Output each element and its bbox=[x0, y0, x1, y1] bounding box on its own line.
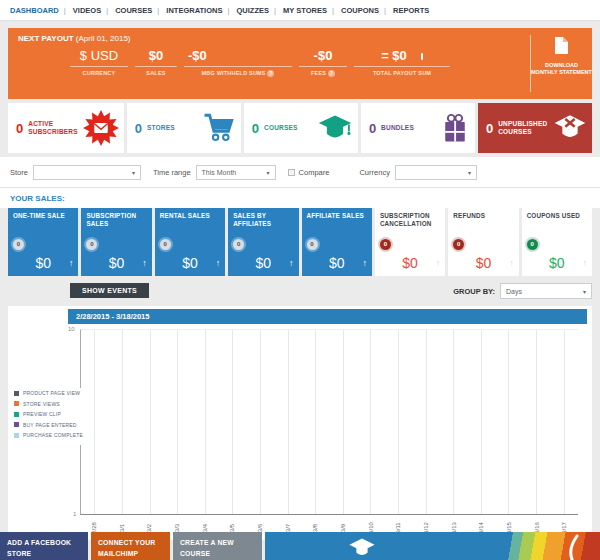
create-course-promo[interactable]: CREATE A NEW COURSE bbox=[173, 532, 262, 560]
x-axis-tick: 3/1 bbox=[119, 523, 125, 531]
stat-label: ACTIVE SUBSCRIBERS bbox=[28, 120, 78, 136]
tile-coupons-used[interactable]: COUPONS USED 0 $0 ↑ bbox=[522, 208, 592, 276]
your-sales-heading: YOUR SALES: bbox=[0, 188, 600, 208]
stat-unpublished-courses[interactable]: 0 UNPUBLISHED COURSES bbox=[478, 103, 592, 153]
nav-integrations[interactable]: INTEGRATIONS bbox=[166, 6, 222, 15]
nav-separator: | bbox=[274, 6, 276, 15]
legend-swatch bbox=[14, 433, 19, 438]
trend-up-icon: ↑ bbox=[509, 258, 514, 268]
y-axis-tick: 10 bbox=[68, 326, 75, 332]
nav-videos[interactable]: VIDEOS bbox=[73, 6, 101, 15]
stat-label: UNPUBLISHED COURSES bbox=[498, 120, 548, 136]
tile-label: COUPONS USED bbox=[527, 212, 587, 220]
legend-swatch bbox=[14, 422, 19, 427]
course-banner[interactable] bbox=[265, 532, 600, 560]
tile-subscription-cancellation[interactable]: SUBSCRIPTION CANCELLATION 0 $0 ↑ bbox=[375, 208, 445, 276]
nav-reports[interactable]: REPORTS bbox=[393, 6, 429, 15]
subscriber-burst-icon bbox=[83, 110, 119, 146]
chevron-down-icon: ▾ bbox=[583, 288, 586, 295]
y-axis-tick: 1 bbox=[73, 511, 76, 517]
tile-amount: $0 bbox=[302, 255, 372, 271]
tile-rental-sales[interactable]: RENTAL SALES 0 $0 ↑ bbox=[155, 208, 225, 276]
nav-separator: | bbox=[157, 6, 159, 15]
gift-icon bbox=[440, 112, 470, 144]
promo-text: MAILCHIMP bbox=[98, 548, 163, 559]
tile-sales-by-affiliates[interactable]: SALES BY AFFILIATES 0 $0 ↑ bbox=[228, 208, 298, 276]
payout-currency-value: $ USD bbox=[70, 48, 128, 67]
x-axis-tick: 3/9 bbox=[340, 523, 346, 531]
trend-up-icon: ↑ bbox=[362, 258, 367, 268]
payout-fees-value: -$0 bbox=[299, 48, 347, 67]
tile-subscription-sales[interactable]: SUBSCRIPTION SALES 0 $0 ↑ bbox=[81, 208, 151, 276]
nav-coupons[interactable]: COUPONS bbox=[341, 6, 379, 15]
add-facebook-store-promo[interactable]: ADD A FACEBOOK STORE bbox=[0, 532, 88, 560]
legend-item: PREVIEW CLIP bbox=[14, 411, 83, 417]
chart-date-range: 2/28/2015 - 3/18/2015 bbox=[68, 309, 587, 324]
tile-count-badge: 0 bbox=[13, 239, 24, 250]
chevron-down-icon: ▾ bbox=[468, 169, 471, 176]
compare-toggle[interactable]: Compare bbox=[288, 168, 330, 177]
stat-stores[interactable]: 0 STORES bbox=[127, 103, 241, 153]
legend-label: PURCHASE COMPLETE bbox=[23, 432, 83, 438]
next-payout-banner: NEXT PAYOUT (April 01, 2015) $ USD CURRE… bbox=[8, 28, 592, 99]
download-statement-button[interactable]: DOWNLOAD MONTHLY STATEMENT bbox=[530, 35, 592, 92]
stat-count: 0 bbox=[252, 121, 259, 136]
payout-mbg-value: -$0 bbox=[184, 48, 292, 67]
top-nav: DASHBOARD| VIDEOS| COURSES| INTEGRATIONS… bbox=[0, 0, 600, 21]
nav-separator: | bbox=[227, 6, 229, 15]
unpublished-cap-icon bbox=[553, 111, 587, 145]
banner-art bbox=[505, 532, 600, 560]
nav-dashboard[interactable]: DASHBOARD bbox=[10, 6, 59, 15]
stat-active-subscribers[interactable]: 0 ACTIVE SUBSCRIBERS bbox=[8, 103, 124, 153]
time-range-select[interactable]: This Month ▾ bbox=[196, 165, 276, 180]
document-icon bbox=[554, 36, 569, 55]
trend-up-icon: ↑ bbox=[142, 258, 147, 268]
tile-refunds[interactable]: REFUNDS 0 $0 ↑ bbox=[448, 208, 518, 276]
nav-separator: | bbox=[64, 6, 66, 15]
tile-count-badge: 0 bbox=[527, 239, 538, 250]
tile-amount: $0 bbox=[8, 255, 78, 271]
show-events-button[interactable]: SHOW EVENTS bbox=[70, 283, 149, 298]
chart-plot-area[interactable]: 10 1 bbox=[80, 329, 578, 515]
chart-legend: PRODUCT PAGE VIEW STORE VIEWS PREVIEW CL… bbox=[12, 388, 85, 445]
stat-label: COURSES bbox=[264, 124, 312, 132]
x-axis-tick: 3/8 bbox=[312, 523, 318, 531]
legend-label: STORE VIEWS bbox=[23, 401, 60, 407]
nav-courses[interactable]: COURSES bbox=[115, 6, 152, 15]
help-icon[interactable]: ? bbox=[267, 70, 274, 77]
trend-up-icon: ↑ bbox=[583, 258, 588, 268]
legend-swatch bbox=[14, 391, 19, 396]
graduation-cap-icon bbox=[348, 537, 376, 560]
tile-count-badge: 0 bbox=[233, 239, 244, 250]
download-statement-label: DOWNLOAD MONTHLY STATEMENT bbox=[531, 62, 592, 77]
help-icon[interactable]: ? bbox=[328, 70, 335, 77]
tile-one-time-sale[interactable]: ONE-TIME SALE 0 $0 ↑ bbox=[8, 208, 78, 276]
legend-item: PRODUCT PAGE VIEW bbox=[14, 390, 83, 396]
nav-separator: | bbox=[106, 6, 108, 15]
nav-quizzes[interactable]: QUIZZES bbox=[237, 6, 270, 15]
tile-affiliate-sales[interactable]: AFFILIATE SALES 0 $0 ↑ bbox=[302, 208, 372, 276]
promo-text: CONNECT YOUR bbox=[98, 537, 163, 548]
promo-text: COURSE bbox=[180, 548, 255, 559]
stat-bundles[interactable]: 0 BUNDLES bbox=[361, 103, 475, 153]
group-by-select[interactable]: Days ▾ bbox=[500, 283, 592, 299]
stat-courses[interactable]: 0 COURSES bbox=[244, 103, 358, 153]
currency-filter-label: Currency bbox=[359, 168, 389, 177]
compare-checkbox[interactable] bbox=[288, 169, 295, 176]
stat-label: BUNDLES bbox=[381, 124, 435, 132]
chevron-down-icon: ▾ bbox=[132, 169, 135, 176]
tile-label: RENTAL SALES bbox=[160, 212, 220, 220]
chart-controls-row: SHOW EVENTS GROUP BY: Days ▾ bbox=[8, 276, 592, 306]
nav-separator: | bbox=[332, 6, 334, 15]
currency-select[interactable]: ▾ bbox=[395, 165, 477, 180]
promo-text: STORE bbox=[7, 548, 81, 559]
trend-up-icon: ↑ bbox=[216, 258, 221, 268]
promo-footer: ADD A FACEBOOK STORE CONNECT YOUR MAILCH… bbox=[0, 532, 600, 560]
chart-gridlines bbox=[81, 330, 578, 514]
stat-count: 0 bbox=[135, 121, 142, 136]
legend-label: BUY PAGE ENTERED bbox=[23, 422, 77, 428]
connect-mailchimp-promo[interactable]: CONNECT YOUR MAILCHIMP bbox=[91, 532, 170, 560]
tile-amount: $0 bbox=[81, 255, 151, 271]
nav-my-stores[interactable]: MY STORES bbox=[283, 6, 327, 15]
store-select[interactable]: ▾ bbox=[33, 165, 141, 180]
